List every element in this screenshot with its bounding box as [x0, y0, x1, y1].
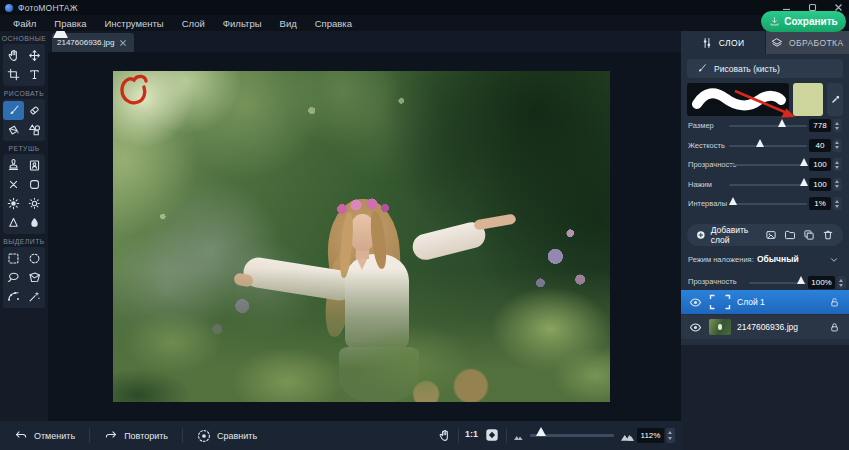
slider-opacity-spinner[interactable] [833, 158, 842, 171]
menu-edit[interactable]: Правка [45, 15, 95, 31]
visibility-eye-icon[interactable] [689, 321, 702, 334]
frame-tool-button[interactable] [24, 175, 45, 194]
slider-spacing-track[interactable] [729, 203, 807, 205]
eyedropper-button[interactable] [827, 83, 843, 116]
menu-file[interactable]: Файл [4, 15, 45, 31]
zoom-slider-track[interactable] [530, 434, 614, 437]
contrast-tool-button[interactable] [24, 194, 45, 213]
crop-tool-button[interactable] [3, 65, 24, 84]
open-file-button[interactable] [784, 229, 796, 241]
slider-spacing-spinner[interactable] [833, 197, 842, 210]
select-ellipse-tool-button[interactable] [24, 249, 45, 268]
menu-layer[interactable]: Слой [173, 15, 214, 31]
slider-size-thumb[interactable] [778, 119, 786, 127]
slider-pressure-track[interactable] [729, 184, 807, 186]
canvas-photo[interactable] [113, 71, 610, 402]
slider-opacity-value[interactable]: 100 [809, 158, 831, 171]
sharpen-tool-button[interactable] [3, 213, 24, 232]
chevron-down-icon[interactable] [829, 255, 839, 265]
document-tab[interactable]: 2147606936.jpg [52, 33, 134, 52]
portrait-icon [28, 159, 41, 172]
lasso-tool-button[interactable] [3, 268, 24, 287]
stamp-icon [7, 159, 20, 172]
slider-pressure-value[interactable]: 100 [809, 178, 831, 191]
brush-color-swatch[interactable] [793, 83, 823, 116]
layer-opacity-spinner[interactable] [837, 276, 846, 289]
document-tab-label: 2147606936.jpg [57, 38, 114, 47]
portrait-tool-button[interactable] [24, 156, 45, 175]
slider-size-value[interactable]: 778 [809, 119, 831, 132]
move-tool-button[interactable] [24, 46, 45, 65]
zoom-spinner[interactable] [666, 428, 675, 443]
blend-mode-select[interactable]: Обычный [757, 254, 799, 264]
slider-opacity-track[interactable] [729, 164, 807, 166]
layer-opacity-value[interactable]: 100% [808, 276, 835, 289]
slider-size-spinner[interactable] [833, 119, 842, 132]
layer-opacity-track[interactable] [749, 282, 806, 284]
actual-size-button[interactable]: 1:1 [465, 429, 478, 439]
close-icon[interactable] [119, 39, 127, 47]
slider-opacity-thumb[interactable] [800, 158, 808, 166]
brightness-tool-button[interactable] [3, 194, 24, 213]
delete-layer-button[interactable] [822, 229, 834, 241]
stamp-tool-button[interactable] [3, 156, 24, 175]
slider-hardness-track[interactable] [729, 145, 807, 147]
fit-screen-icon[interactable] [485, 428, 499, 442]
menu-bar: Файл Правка Инструменты Слой Фильтры Вид… [0, 15, 849, 31]
menu-filters[interactable]: Фильтры [214, 15, 271, 31]
add-layer-button[interactable]: Добавить слой [711, 225, 758, 245]
menu-view[interactable]: Вид [271, 15, 306, 31]
menu-help[interactable]: Справка [306, 15, 361, 31]
magnetic-lasso-tool-button[interactable] [3, 287, 24, 306]
lock-icon[interactable] [829, 322, 840, 333]
slider-pressure-thumb[interactable] [800, 178, 808, 186]
plus-icon[interactable] [696, 229, 706, 241]
save-button[interactable]: Сохранить [761, 11, 846, 32]
add-image-layer-button[interactable] [765, 229, 777, 241]
shapes-tool-button[interactable] [24, 120, 45, 139]
hand-tool-button[interactable] [3, 46, 24, 65]
layer-row-2[interactable]: 2147606936.jpg [681, 315, 849, 339]
tab-processing[interactable]: ОБРАБОТКА [766, 31, 849, 54]
magnetic-lasso-icon [7, 290, 20, 303]
zoom-value[interactable]: 112% [637, 428, 664, 443]
undo-button[interactable]: Отменить [0, 421, 89, 450]
slider-spacing-value[interactable]: 1% [809, 197, 831, 210]
pan-hand-icon[interactable] [438, 429, 451, 442]
slider-opacity: Прозрачность 100 [681, 155, 849, 175]
app-logo-icon [5, 4, 13, 12]
fill-tool-button[interactable] [3, 120, 24, 139]
select-rect-tool-button[interactable] [3, 249, 24, 268]
canvas-area[interactable] [48, 52, 681, 421]
visibility-eye-icon[interactable] [689, 296, 702, 309]
text-tool-button[interactable] [24, 65, 45, 84]
zoom-in-icon[interactable] [620, 429, 637, 442]
tab-layers[interactable]: СЛОИ [681, 31, 765, 54]
layer-opacity-thumb[interactable] [797, 276, 805, 284]
redo-button[interactable]: Повторить [90, 421, 182, 450]
blur-icon [28, 216, 41, 229]
slider-size-track[interactable] [729, 125, 807, 127]
menu-tools[interactable]: Инструменты [95, 15, 172, 31]
brush-stroke-preview[interactable] [687, 83, 789, 116]
undo-label: Отменить [34, 431, 75, 441]
blur-tool-button[interactable] [24, 213, 45, 232]
patch-tool-button[interactable] [3, 175, 24, 194]
brush-tool-button[interactable] [3, 101, 24, 120]
compare-button[interactable]: Сравнить [183, 421, 271, 450]
slider-hardness: Жесткость 40 [681, 136, 849, 156]
slider-hardness-value[interactable]: 40 [809, 139, 831, 152]
duplicate-layer-button[interactable] [803, 229, 815, 241]
zoom-slider-thumb[interactable] [536, 427, 546, 436]
slider-pressure-spinner[interactable] [833, 178, 842, 191]
slider-hardness-spinner[interactable] [833, 139, 842, 152]
unlock-icon[interactable] [829, 297, 840, 308]
slider-hardness-thumb[interactable] [756, 139, 764, 147]
slider-spacing-thumb[interactable] [729, 197, 737, 205]
magic-wand-tool-button[interactable] [24, 287, 45, 306]
polygon-lasso-tool-button[interactable] [24, 268, 45, 287]
zoom-out-icon[interactable] [513, 431, 526, 441]
layer-row-1[interactable]: Слой 1 [681, 290, 849, 314]
eraser-tool-button[interactable] [24, 101, 45, 120]
move-icon [28, 49, 41, 62]
